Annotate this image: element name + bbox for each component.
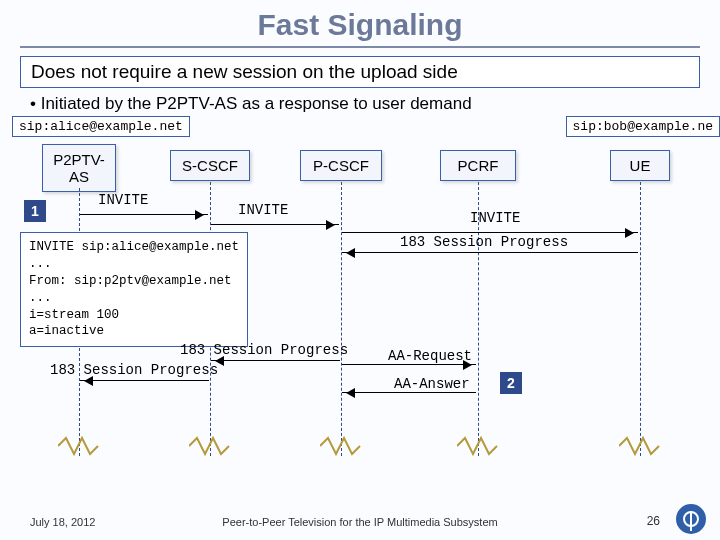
break-icon bbox=[58, 434, 100, 458]
slide-title: Fast Signaling bbox=[0, 8, 720, 42]
footer-title: Peer-to-Peer Television for the IP Multi… bbox=[0, 516, 720, 528]
arrow-183-3 bbox=[80, 380, 209, 381]
invite-detail-box: INVITE sip:alice@example.net ... From: s… bbox=[20, 232, 248, 347]
msg-invite-3: INVITE bbox=[470, 210, 520, 226]
node-p2ptv-as: P2PTV- AS bbox=[42, 144, 116, 192]
msg-invite-1: INVITE bbox=[98, 192, 148, 208]
break-icon bbox=[619, 434, 661, 458]
step-2-badge: 2 bbox=[500, 372, 522, 394]
organization-logo bbox=[676, 504, 706, 534]
arrow-invite-2 bbox=[211, 224, 339, 225]
node-pcrf: PCRF bbox=[440, 150, 516, 181]
node-s-cscf: S-CSCF bbox=[170, 150, 250, 181]
arrow-183-1 bbox=[342, 252, 638, 253]
msg-183-2: 183 Session Progress bbox=[180, 342, 348, 358]
sequence-diagram: P2PTV- AS S-CSCF P-CSCF PCRF UE 1 INVITE… bbox=[0, 138, 720, 508]
sip-bob-box: sip:bob@example.ne bbox=[566, 116, 720, 137]
node-ue: UE bbox=[610, 150, 670, 181]
msg-aa-request: AA-Request bbox=[388, 348, 472, 364]
bullet-1: • Initiated by the P2PTV-AS as a respons… bbox=[30, 94, 700, 114]
lifeline-ue bbox=[640, 182, 641, 456]
sip-alice-box: sip:alice@example.net bbox=[12, 116, 190, 137]
msg-183-1: 183 Session Progress bbox=[400, 234, 568, 250]
arrow-invite-1 bbox=[80, 214, 208, 215]
break-icon bbox=[457, 434, 499, 458]
highlight-banner: Does not require a new session on the up… bbox=[20, 56, 700, 88]
arrow-aa-request bbox=[342, 364, 476, 365]
node-p-cscf: P-CSCF bbox=[300, 150, 382, 181]
step-1-badge: 1 bbox=[24, 200, 46, 222]
title-rule bbox=[20, 46, 700, 48]
msg-183-3: 183 Session Progress bbox=[50, 362, 218, 378]
msg-invite-2: INVITE bbox=[238, 202, 288, 218]
lifeline-pcscf bbox=[341, 182, 342, 456]
msg-aa-answer: AA-Answer bbox=[394, 376, 470, 392]
arrow-invite-3 bbox=[342, 232, 638, 233]
break-icon bbox=[320, 434, 362, 458]
arrow-183-2 bbox=[211, 360, 340, 361]
footer-page-number: 26 bbox=[647, 514, 660, 528]
break-icon bbox=[189, 434, 231, 458]
sip-uri-bar: sip:alice@example.net sip:bob@example.ne bbox=[0, 116, 720, 138]
arrow-aa-answer bbox=[342, 392, 476, 393]
